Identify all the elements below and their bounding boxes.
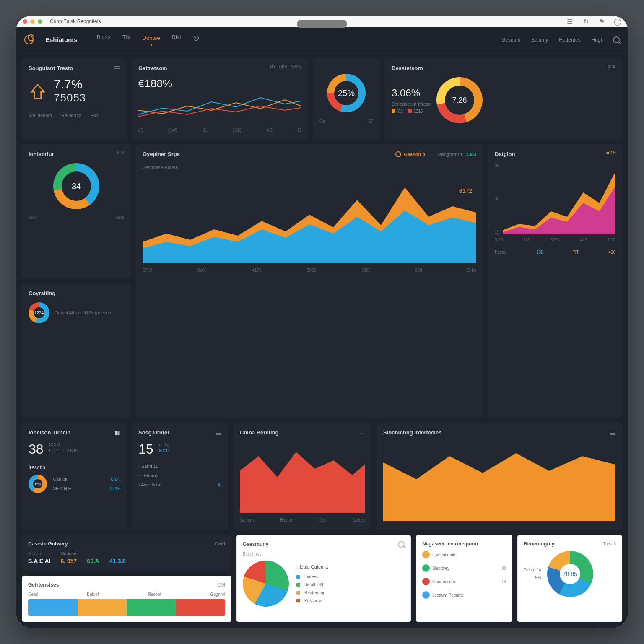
card-kpi-title: Souguiant Tresto [29,65,73,71]
card-iont: Iontsorlur 0 S 34 BowI Letb [22,144,131,278]
primary-nav: Boots Tils Dontue Risl ◎ [97,34,200,46]
kpi-value: 75053 [54,91,86,104]
donut-tiny-2: 1E0 [29,475,47,493]
card-colna: Colna Bereting— Gebern Bleottn Ors Goite… [233,423,371,530]
nav-link-3[interactable]: Risl [172,34,181,46]
svg-marker-6 [383,453,615,521]
chart-icon[interactable]: ▥ [115,429,120,436]
row-2: Iontsorlur 0 S 34 BowI Letb Coyrsiting [22,144,622,418]
topbar: Eshiatunts Boots Tils Dontue Risl ◎ Sesd… [16,27,628,52]
kpi-tab-1[interactable]: Retoerrcy [61,113,81,118]
pie-chart-2: 78.85 [547,551,593,597]
card-dest-title: Desstetsorn [392,65,423,71]
card-pie1: Gsesmuny Bleethnes Hioula Gatenila Ipare… [236,535,411,622]
card-casrste: Casrste GolweryCoid GoromS.A E AI Douche… [22,535,231,571]
svg-marker-5 [240,452,365,513]
kpi-tab-2[interactable]: Eskt [91,113,99,118]
spark-value: €188% [138,77,301,90]
card-spark-title: Galtretsom [138,65,167,71]
card-legend-list: Negaseer Ieetrenspoon Lomentiomte Blectt… [416,535,512,622]
dest-sub: Betlertserert Itfress [392,101,431,106]
card-sioch: Siochmnug Ibtertecles [377,423,622,530]
menu-icon[interactable] [114,66,120,70]
bottom-row: Casrste GolweryCoid GoromS.A E AI Douche… [22,535,622,622]
rnav-1[interactable]: Balumy [531,37,548,43]
kpi-tab-0[interactable]: Wetihertom [29,113,52,118]
badge[interactable]: Geanoit A [395,151,426,157]
notch [297,20,347,28]
close-dot[interactable] [23,19,27,24]
donut-chart-a: 25% [327,74,366,112]
sparkline-chart [138,93,301,123]
row2-side: Iontsorlur 0 S 34 BowI Letb Coyrsiting [22,144,131,418]
refresh-icon[interactable]: ↻ [582,18,589,25]
orange-area-chart [383,441,615,521]
dest-value: 3.06% [392,87,431,99]
min-dot[interactable] [30,19,35,24]
datgion-area-chart [503,163,615,234]
alert-icon[interactable]: ⚑ [598,18,605,25]
card-spark: Galtretsom 81 063 8725 €188% 05 3045 81 … [132,58,308,139]
app: Eshiatunts Boots Tils Dontue Risl ◎ Sesd… [16,27,628,628]
rnav-2[interactable]: Huttentes [559,37,580,43]
search-icon[interactable] [398,541,405,548]
donut-b-value: 7.26 [445,86,474,115]
card-coy: Coyrsiting 1224 Oetsel Aitrun uill Perpo… [22,283,131,418]
card-sosg: Sosg Urntel 15 ol 8'g8000 ◦ Sarirl 15 ◦ … [132,423,228,530]
search-icon[interactable] [613,36,620,43]
profile-icon[interactable]: ◯ [614,18,621,25]
arrow-up-icon [29,82,47,100]
nav-link-1[interactable]: Tils [122,34,131,46]
card-pie2: BeoerengreyTrest 8 Tdish14 5% 78.85 [517,535,622,622]
row-1: Souguiant Tresto 7.7% 75053 Wetihertom [22,58,622,139]
window-controls[interactable] [23,19,42,24]
red-area-chart [240,441,365,513]
card-center-area: Oyepiner Srps Geanoit A Iranghmrin 1383 … [136,144,483,418]
menu-icon[interactable]: ☰ [566,18,574,25]
chrome-title: Cupp Ealsk Reognitels [50,18,101,24]
center-area-chart [143,171,476,263]
card-kpi: Souguiant Tresto 7.7% 75053 Wetihertom [22,58,127,139]
donut-tiny: 1224 [29,302,49,323]
donut-chart-c: 34 [53,163,99,209]
donut-chart-b: 7.26 [436,77,483,123]
card-dest: Desstetsorn 60A 3.06% Betlertserert Itfr… [385,58,622,139]
menu-icon[interactable] [216,431,221,435]
max-dot[interactable] [38,19,42,24]
rnav-3[interactable]: Hugt [592,37,602,43]
nav-active-dot [151,44,152,46]
chrome-actions: ☰ ↻ ⚑ ◯ [566,18,621,25]
row-3: Ionelson Tirncln▥ 38 813 8 OG7 OT V 80S … [22,423,622,530]
card-swatches: GefrtenstsesC9l Ceatl Baloof Respot Gogn… [22,576,231,622]
dashboard: Souguiant Tresto 7.7% 75053 Wetihertom [16,52,628,628]
rnav-0[interactable]: Sesduth [502,37,520,43]
nav-link-0[interactable]: Boots [97,34,111,46]
kpi-percent: 7.7% [54,77,86,91]
pie-chart-1 [243,561,289,607]
logo-icon[interactable] [24,35,34,44]
browser-chrome: Cupp Ealsk Reognitels ☰ ↻ ⚑ ◯ [16,16,628,27]
brand: Eshiatunts [45,36,78,43]
menu-icon[interactable] [610,431,615,435]
card-donut-a: 25% Ce 67 [313,58,380,139]
card-ione: Ionelson Tirncln▥ 38 813 8 OG7 OT V 80S … [22,423,127,530]
donut-a-value: 25% [334,81,359,106]
nav-link-2[interactable]: Dontue [143,35,160,41]
target-icon[interactable]: ◎ [192,34,200,42]
color-swatches [28,599,225,616]
device-frame: Cupp Ealsk Reognitels ☰ ↻ ⚑ ◯ Eshiatunts… [16,16,628,628]
card-datgion: Datgion ■ 16 50 30 19 [488,144,622,418]
